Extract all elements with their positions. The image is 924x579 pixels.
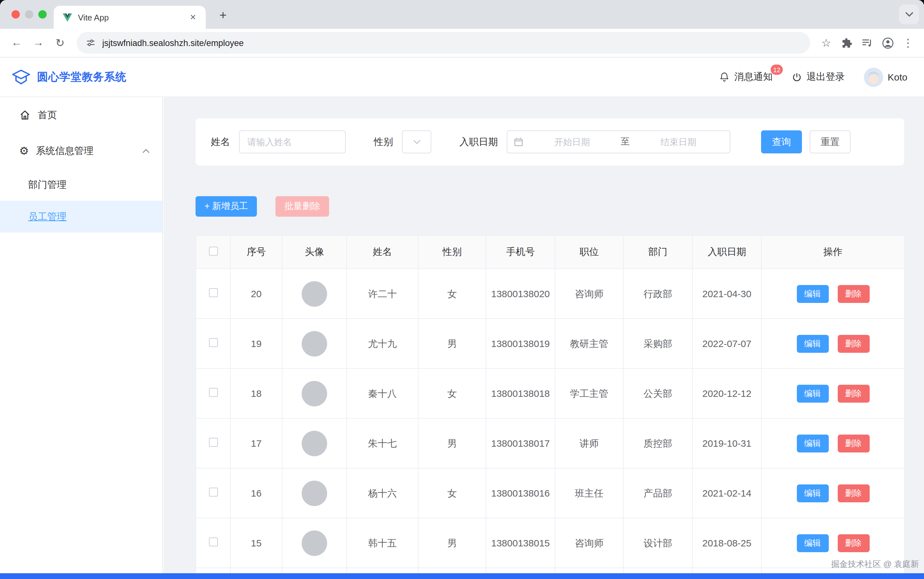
delete-button[interactable]: 删除 [837,384,869,402]
edit-button[interactable]: 编辑 [796,335,829,352]
browser-tab[interactable]: Vite App × [54,6,206,29]
notifications-label: 消息通知 [734,71,773,82]
edit-button[interactable]: 编辑 [796,434,829,452]
sidebar-item-home[interactable]: 首页 [0,97,162,133]
tab-title: Vite App [78,13,181,22]
browser-window: Vite App × + ← → ↻ jsjtswfniadh.sealoshz… [0,0,924,579]
sidebar-item-department[interactable]: 部门管理 [0,169,162,201]
row-checkbox[interactable] [209,438,218,447]
row-checkbox[interactable] [209,338,218,347]
row-checkbox[interactable] [209,538,218,546]
col-header-avatar: 头像 [282,236,347,269]
window-zoom-button[interactable] [38,10,47,18]
start-date-input[interactable] [527,137,617,147]
forward-button[interactable]: → [28,33,49,53]
app-logo-icon [11,69,31,85]
cell-name: 许二十 [347,269,418,319]
sidebar-item-label: 首页 [38,109,57,121]
url-bar[interactable]: jsjtswfniadh.sealoshzh.site/employee [77,32,810,54]
select-all-checkbox[interactable] [209,247,218,256]
cell-avatar [282,418,347,468]
url-text[interactable]: jsjtswfniadh.sealoshzh.site/employee [102,38,801,47]
traffic-lights [11,0,47,29]
table-row: 19 尤十九 男 13800138019 教研主管 采购部 2022-07-07… [196,319,904,368]
cell-avatar [282,269,347,319]
extensions-icon[interactable] [837,33,856,52]
browser-menu-icon[interactable]: ⋮ [898,33,917,52]
cell-name: 朱十七 [347,418,418,468]
cell-gender: 男 [418,319,486,368]
logout-button[interactable]: 退出登录 [792,71,845,83]
cell-index: 16 [231,468,282,518]
delete-button[interactable]: 删除 [837,285,869,303]
tab-search-chevron-icon[interactable] [899,5,919,24]
cell-position: 讲师 [555,418,623,468]
sidebar: 首页 ⚙ 系统信息管理 部门管理 员工管理 [0,97,163,579]
hire-date-filter-label: 入职日期 [460,136,498,148]
sidebar-item-system-info[interactable]: ⚙ 系统信息管理 [0,133,162,169]
date-range-picker[interactable]: 至 [507,130,730,154]
col-header-position: 职位 [555,236,623,269]
back-button[interactable]: ← [7,33,27,53]
user-avatar [864,67,883,87]
edit-button[interactable]: 编辑 [796,534,829,552]
delete-button[interactable]: 删除 [837,484,869,502]
batch-delete-button[interactable]: 批量删除 [275,196,329,217]
reload-button[interactable]: ↻ [50,33,70,53]
employee-avatar [302,430,327,456]
tab-close-icon[interactable]: × [186,11,200,24]
delete-button[interactable]: 删除 [837,434,869,452]
cell-phone: 13800138017 [486,418,555,468]
cell-gender: 女 [418,468,486,518]
media-controls-icon[interactable] [857,33,877,52]
cell-department: 公关部 [623,368,692,418]
cell-department: 产品部 [623,468,692,518]
chevron-up-icon [142,149,149,153]
cell-hire-date: 2022-07-07 [692,319,761,368]
employee-avatar [302,381,327,406]
new-tab-button[interactable]: + [213,6,232,25]
user-menu[interactable]: Koto [864,67,908,87]
cell-index: 18 [231,368,282,418]
cell-select [196,269,231,319]
username: Koto [888,72,908,82]
row-checkbox[interactable] [209,288,218,297]
sidebar-item-employee[interactable]: 员工管理 [0,201,162,232]
reset-button[interactable]: 重置 [810,130,850,154]
edit-button[interactable]: 编辑 [796,285,829,303]
cell-phone: 13800138019 [486,319,555,368]
cell-avatar [282,368,347,418]
edit-button[interactable]: 编辑 [796,484,829,502]
bookmark-star-icon[interactable]: ☆ [817,33,836,52]
filter-bar: 姓名 性别 入职日期 [196,118,904,165]
site-content: 圆心学堂教务系统 消息通知 12 [0,57,924,579]
search-button[interactable]: 查询 [761,130,802,154]
browser-profile-icon[interactable] [878,33,897,52]
row-checkbox[interactable] [209,487,218,497]
site-info-icon[interactable] [86,38,96,48]
window-close-button[interactable] [11,10,20,18]
add-employee-button[interactable]: + 新增员工 [196,196,257,217]
name-filter-label: 姓名 [211,136,230,148]
gender-select[interactable] [402,130,431,154]
delete-button[interactable]: 删除 [837,335,869,352]
cell-select [196,319,231,368]
cell-department: 设计部 [623,518,692,568]
cell-actions: 编辑删除 [761,319,904,368]
window-minimize-button[interactable] [25,10,33,18]
edit-button[interactable]: 编辑 [796,384,829,402]
gear-icon: ⚙ [19,146,29,156]
employee-avatar [302,281,327,306]
delete-button[interactable]: 删除 [837,534,869,552]
employee-table: 序号 头像 姓名 性别 手机号 职位 部门 入职日期 操作 [196,235,905,579]
table-row: 16 杨十六 女 13800138016 班主任 产品部 2021-02-14 … [196,468,904,518]
col-header-hire-date: 入职日期 [692,236,761,269]
notifications-button[interactable]: 消息通知 12 [719,71,773,83]
end-date-input[interactable] [634,137,723,147]
name-input[interactable] [239,130,346,154]
cell-select [196,468,231,518]
cell-department: 采购部 [623,319,692,368]
row-checkbox[interactable] [209,388,218,397]
col-header-index: 序号 [231,236,282,269]
cell-department: 质控部 [623,418,692,468]
